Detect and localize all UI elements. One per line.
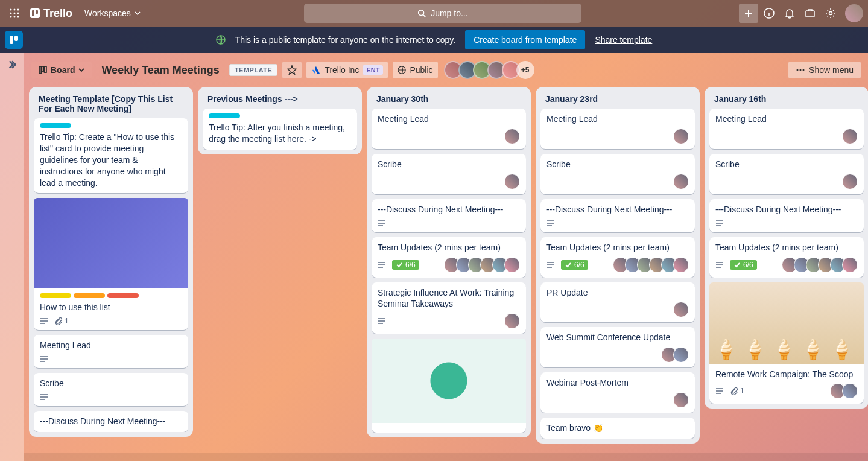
workspaces-label: Workspaces xyxy=(84,8,131,18)
share-template-link[interactable]: Share template xyxy=(595,35,652,45)
card-badges xyxy=(378,313,520,329)
trello-logo[interactable]: Trello xyxy=(27,7,76,20)
card[interactable]: Meeting Lead xyxy=(709,109,864,149)
settings-button[interactable] xyxy=(821,4,840,23)
sidebar-expand-button[interactable] xyxy=(0,53,24,461)
create-button[interactable] xyxy=(739,4,758,23)
card-badges xyxy=(546,219,689,227)
card[interactable]: ---Discuss During Next Meeting--- xyxy=(709,199,864,232)
card[interactable]: Team Updates (2 mins per team) 6/6 xyxy=(540,237,695,278)
board-view-label: Board xyxy=(51,65,75,75)
card[interactable]: PR Update xyxy=(540,282,695,323)
members-overflow[interactable]: +5 xyxy=(516,61,534,79)
card-member-avatar[interactable] xyxy=(673,347,689,363)
card[interactable]: ---Discuss During Next Meeting--- xyxy=(372,199,526,232)
card-label[interactable] xyxy=(40,123,71,128)
card[interactable]: How to use this list 1 xyxy=(34,198,188,330)
cards-container: Meeting LeadScribe---Discuss During Next… xyxy=(540,109,695,439)
card-members xyxy=(677,174,689,189)
create-board-button[interactable]: Create board from template xyxy=(465,30,585,49)
plus-icon xyxy=(744,8,753,18)
info-button[interactable] xyxy=(759,4,779,23)
card[interactable]: Meeting Lead xyxy=(34,335,188,368)
card-badges xyxy=(715,129,858,144)
description-icon xyxy=(715,261,724,269)
description-icon xyxy=(546,261,555,269)
card[interactable]: Team bravo 👏 xyxy=(540,418,695,439)
atlassian-icon xyxy=(311,65,321,75)
board-area: Board Weekly Team Meetings TEMPLATE Trel… xyxy=(24,53,868,461)
top-navigation: Trello Workspaces Jump to... xyxy=(0,0,868,27)
card-member-avatar[interactable] xyxy=(842,129,858,144)
card-member-avatar[interactable] xyxy=(673,257,689,273)
card[interactable]: Remote Work Campaign: The Scoop 1 xyxy=(709,282,864,404)
list-title[interactable]: Meeting Template [Copy This List For Eac… xyxy=(34,92,188,118)
board-members[interactable]: +5 xyxy=(448,61,534,79)
card[interactable]: Scribe xyxy=(540,154,695,194)
card-label[interactable] xyxy=(40,293,71,298)
card-member-avatar[interactable] xyxy=(842,383,858,399)
workspaces-dropdown[interactable]: Workspaces xyxy=(78,5,147,22)
star-board-button[interactable] xyxy=(282,62,302,78)
card[interactable]: Trello Tip: Create a "How to use this li… xyxy=(34,118,188,193)
card-labels xyxy=(209,113,351,118)
card-badges: 1 xyxy=(715,383,858,399)
card-member-avatar[interactable] xyxy=(842,257,858,273)
card[interactable]: Scribe xyxy=(372,154,526,194)
card-labels xyxy=(40,123,182,128)
workspace-chip[interactable]: Trello Inc ENT xyxy=(306,62,388,78)
card-member-avatar[interactable] xyxy=(673,392,689,408)
account-avatar[interactable] xyxy=(845,4,863,22)
description-icon xyxy=(715,219,724,227)
card[interactable] xyxy=(372,339,526,433)
trello-square-icon[interactable] xyxy=(5,31,23,49)
card[interactable]: ---Discuss During Next Meeting--- xyxy=(540,199,695,232)
show-menu-button[interactable]: Show menu xyxy=(788,62,861,78)
card[interactable]: Webinar Post-Mortem xyxy=(540,372,695,413)
card-member-avatar[interactable] xyxy=(673,129,689,144)
board-view-switcher[interactable]: Board xyxy=(31,62,92,78)
lists-container[interactable]: Meeting Template [Copy This List For Eac… xyxy=(24,87,868,453)
card-member-avatar[interactable] xyxy=(504,174,520,189)
card-title: ---Discuss During Next Meeting--- xyxy=(546,204,689,215)
description-icon xyxy=(378,317,386,325)
card-members xyxy=(677,129,689,144)
card[interactable]: Scribe xyxy=(709,154,864,194)
card[interactable]: Meeting Lead xyxy=(372,109,526,149)
card-members xyxy=(508,174,520,189)
card[interactable]: Trello Tip: After you finish a meeting, … xyxy=(203,109,357,150)
card-badges xyxy=(40,355,182,363)
visibility-chip[interactable]: Public xyxy=(393,62,437,78)
card-label[interactable] xyxy=(209,113,240,118)
card[interactable]: Meeting Lead xyxy=(540,109,695,149)
notifications-button[interactable] xyxy=(780,4,799,23)
card-member-avatar[interactable] xyxy=(504,129,520,144)
card-title: ---Discuss During Next Meeting--- xyxy=(378,204,520,215)
card-badges xyxy=(378,219,520,227)
card-label[interactable] xyxy=(74,293,105,298)
search-input[interactable]: Jump to... xyxy=(304,4,581,23)
apps-menu-icon[interactable] xyxy=(5,4,24,23)
list-title[interactable]: January 23rd xyxy=(540,92,695,109)
list-title[interactable]: Previous Meetings ---> xyxy=(203,92,357,109)
list-title[interactable]: January 16th xyxy=(709,92,864,109)
card[interactable]: Web Summit Conference Update xyxy=(540,327,695,367)
card[interactable]: Team Updates (2 mins per team) 6/6 xyxy=(372,237,526,278)
card[interactable]: Team Updates (2 mins per team) 6/6 xyxy=(709,237,864,278)
card-member-avatar[interactable] xyxy=(673,302,689,317)
theme-button[interactable] xyxy=(800,4,820,23)
card-member-avatar[interactable] xyxy=(504,257,520,273)
card-members xyxy=(846,129,858,144)
card[interactable]: ---Discuss During Next Meeting--- xyxy=(34,411,188,432)
card[interactable]: Scribe xyxy=(34,373,188,406)
card[interactable]: Strategic Influence At Work: Training Se… xyxy=(372,282,526,334)
card-member-avatar[interactable] xyxy=(504,313,520,329)
list-title[interactable]: January 30th xyxy=(372,92,526,109)
card-member-avatar[interactable] xyxy=(673,174,689,189)
description-icon xyxy=(40,393,48,401)
board-title[interactable]: Weekly Team Meetings xyxy=(97,64,224,77)
card-member-avatar[interactable] xyxy=(842,174,858,189)
horizontal-scrollbar[interactable] xyxy=(24,453,868,461)
card-title: Webinar Post-Mortem xyxy=(546,377,689,389)
card-label[interactable] xyxy=(107,293,139,298)
